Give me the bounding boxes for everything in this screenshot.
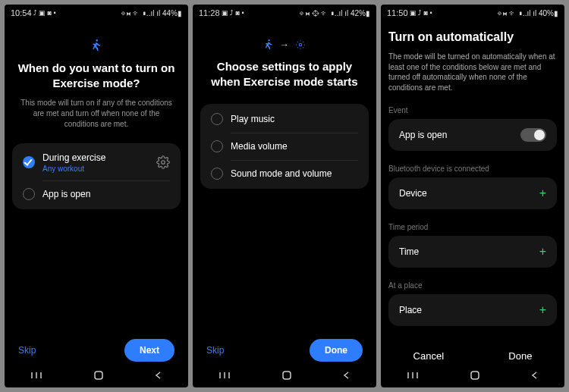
plus-icon[interactable]: +	[539, 187, 546, 200]
tile-label: App is open	[399, 130, 447, 140]
svg-rect-9	[283, 372, 291, 379]
radio-checked-icon	[23, 156, 35, 168]
gear-icon	[295, 39, 306, 50]
gear-icon[interactable]	[156, 155, 170, 169]
status-system-icons: ⌾ ⧓ ⌖ ᯤ ▮..ıl ıl 42%▮	[300, 9, 370, 17]
status-time: 10:54	[11, 8, 32, 17]
skip-button[interactable]: Skip	[18, 345, 36, 356]
option-app-open[interactable]: App is open	[12, 180, 181, 208]
svg-point-5	[299, 43, 302, 46]
screen-turn-on-auto: 11:50 ▣ ⤴ ◙ • ⌾ ⧓ ᯤ ▮..ıl ıl 40%▮ Turn o…	[381, 5, 564, 387]
tile-label: Time	[399, 246, 419, 257]
exercise-icon	[90, 39, 102, 52]
back-button[interactable]	[530, 371, 539, 380]
page-description: The mode will be turned on automatically…	[388, 52, 557, 93]
plus-icon[interactable]: +	[539, 303, 546, 317]
option-label: Media volume	[231, 141, 358, 152]
section-bluetooth-label: Bluetooth device is connected	[388, 165, 557, 173]
svg-rect-13	[471, 372, 479, 379]
status-time: 11:28	[199, 8, 220, 17]
section-place-label: At a place	[388, 281, 557, 290]
arrow-right-icon: →	[280, 39, 289, 50]
done-button[interactable]: Done	[508, 350, 532, 362]
cancel-button[interactable]: Cancel	[413, 350, 444, 362]
page-description: This mode will turn on if any of the con…	[12, 98, 181, 130]
back-button[interactable]	[342, 371, 351, 380]
option-label: App is open	[42, 189, 170, 199]
recents-button[interactable]	[30, 371, 43, 380]
tile-label: Device	[399, 188, 427, 199]
status-notif-icons: ▣ ⤴ ◙ •	[222, 9, 244, 17]
option-label: During exercise	[42, 152, 149, 163]
section-time-label: Time period	[388, 223, 557, 231]
nav-bar	[381, 366, 564, 387]
option-during-exercise[interactable]: During exercise Any workout	[12, 145, 181, 180]
status-bar: 11:50 ▣ ⤴ ◙ • ⌾ ⧓ ᯤ ▮..ıl ıl 40%▮	[381, 5, 564, 21]
conditions-list: During exercise Any workout App is open	[12, 143, 181, 209]
plus-icon[interactable]: +	[539, 245, 546, 259]
recents-button[interactable]	[218, 371, 231, 380]
option-sound-mode[interactable]: Sound mode and volume	[200, 160, 369, 187]
screen-exercise-settings: 11:28 ▣ ⤴ ◙ • ⌾ ⧓ ⌖ ᯤ ▮..ıl ıl 42%▮ → Ch…	[193, 5, 376, 387]
radio-unchecked-icon	[211, 168, 223, 180]
status-notif-icons: ⤴ ▣ ◙ •	[33, 9, 56, 17]
svg-rect-4	[95, 372, 102, 379]
status-time: 11:50	[387, 8, 408, 17]
skip-button[interactable]: Skip	[206, 345, 224, 356]
option-play-music[interactable]: Play music	[200, 105, 369, 133]
option-subtitle: Any workout	[42, 165, 149, 173]
status-bar: 11:28 ▣ ⤴ ◙ • ⌾ ⧓ ⌖ ᯤ ▮..ıl ıl 42%▮	[193, 5, 376, 21]
settings-list: Play music Media volume Sound mode and v…	[200, 104, 369, 189]
page-title: When do you want to turn on Exercise mod…	[12, 61, 181, 92]
toggle-off-icon[interactable]	[520, 128, 546, 142]
page-title: Choose settings to apply when Exercise m…	[200, 59, 369, 90]
radio-unchecked-icon	[211, 113, 223, 125]
next-button[interactable]: Next	[124, 339, 174, 362]
screen-exercise-conditions: 10:54 ⤴ ▣ ◙ • ⌾ ⧓ ᯤ ▮..ıl ıl 44%▮ When d…	[5, 5, 188, 387]
option-label: Sound mode and volume	[231, 168, 358, 179]
done-button[interactable]: Done	[310, 339, 363, 362]
radio-unchecked-icon	[211, 140, 223, 152]
option-label: Play music	[231, 114, 358, 124]
nav-bar	[5, 366, 188, 387]
section-event-label: Event	[388, 106, 557, 114]
option-media-volume[interactable]: Media volume	[200, 133, 369, 160]
page-title: Turn on automatically	[388, 30, 557, 44]
recents-button[interactable]	[406, 371, 420, 380]
back-button[interactable]	[154, 371, 163, 380]
status-system-icons: ⌾ ⧓ ᯤ ▮..ıl ıl 44%▮	[121, 9, 182, 17]
svg-point-0	[162, 161, 165, 165]
home-button[interactable]	[281, 370, 292, 381]
tile-device[interactable]: Device +	[388, 177, 557, 209]
tile-label: Place	[399, 305, 422, 315]
home-button[interactable]	[470, 370, 480, 381]
nav-bar	[193, 366, 376, 387]
radio-unchecked-icon	[23, 188, 35, 200]
status-system-icons: ⌾ ⧓ ᯤ ▮..ıl ıl 40%▮	[498, 9, 558, 17]
tile-place[interactable]: Place +	[388, 294, 557, 326]
status-notif-icons: ▣ ⤴ ◙ •	[410, 9, 432, 17]
home-button[interactable]	[93, 370, 104, 381]
tile-time[interactable]: Time +	[388, 236, 557, 268]
exercise-icon	[263, 39, 274, 50]
tile-app-open[interactable]: App is open	[388, 119, 557, 151]
status-bar: 10:54 ⤴ ▣ ◙ • ⌾ ⧓ ᯤ ▮..ıl ıl 44%▮	[5, 5, 188, 21]
